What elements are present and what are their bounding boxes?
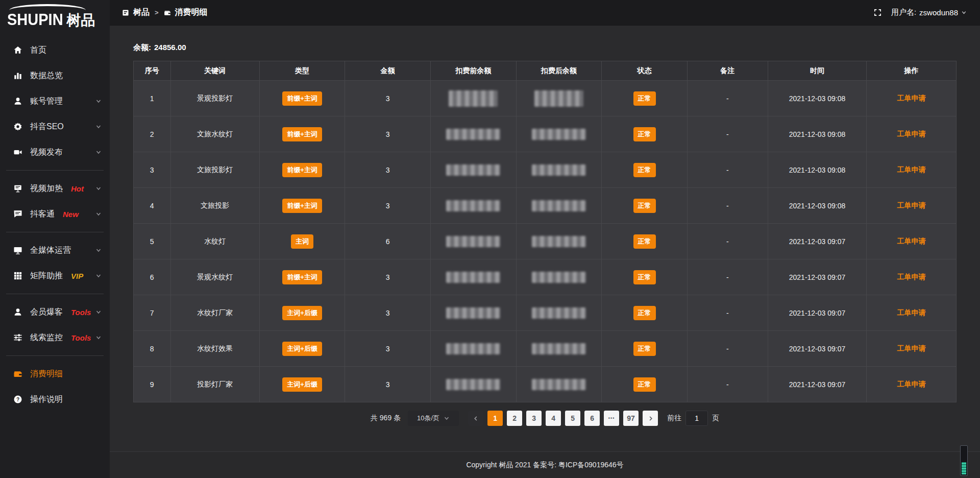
page-button-3[interactable]: 3 bbox=[526, 411, 542, 426]
censored-balance bbox=[446, 307, 500, 319]
cell-action: 工单申请 bbox=[867, 367, 957, 402]
topbar: 树品 > 消费明细 用户名: zswodun88 bbox=[110, 0, 980, 26]
table-row: 2 文旅水纹灯 前缀+主词 3 正常 - 2021-12-03 09:08 工单… bbox=[134, 116, 957, 152]
page-button-2[interactable]: 2 bbox=[507, 411, 522, 426]
sidebar-item-douketong[interactable]: 抖客通 New bbox=[0, 201, 110, 227]
cell-keyword: 投影灯厂家 bbox=[170, 367, 259, 402]
status-badge: 正常 bbox=[633, 234, 656, 249]
question-icon: ? bbox=[13, 395, 22, 404]
cell-type: 主词+后缀 bbox=[259, 295, 345, 331]
page-size-select[interactable]: 10条/页 bbox=[408, 411, 459, 426]
page-button-4[interactable]: 4 bbox=[546, 411, 561, 426]
page-size-value: 10条/页 bbox=[417, 414, 439, 423]
cell-post-balance bbox=[516, 331, 602, 367]
sidebar-item-member-burst[interactable]: 会员爆客 Tools bbox=[0, 299, 110, 325]
cell-amount: 3 bbox=[345, 331, 431, 367]
home-icon bbox=[13, 45, 22, 55]
page-button-5[interactable]: 5 bbox=[565, 411, 580, 426]
work-order-link[interactable]: 工单申请 bbox=[897, 273, 926, 281]
sidebar-item-media-ops[interactable]: 全媒体运营 bbox=[0, 237, 110, 263]
table-row: 3 文旅投影灯 前缀+主词 3 正常 - 2021-12-03 09:08 工单… bbox=[134, 152, 957, 188]
user-menu[interactable]: 用户名: zswodun88 bbox=[891, 8, 967, 17]
sidebar-divider bbox=[6, 170, 104, 171]
type-badge: 主词+后缀 bbox=[282, 377, 322, 392]
work-order-link[interactable]: 工单申请 bbox=[897, 308, 926, 317]
breadcrumb-root[interactable]: 树品 bbox=[133, 7, 150, 18]
cell-amount: 3 bbox=[345, 116, 431, 152]
cell-status: 正常 bbox=[602, 152, 688, 188]
work-order-link[interactable]: 工单申请 bbox=[897, 237, 926, 245]
cell-post-balance bbox=[516, 295, 602, 331]
content-area: 余额:24856.00 序号 关键词 类型 金额 扣费前余额 扣费后余额 bbox=[110, 26, 980, 451]
next-page-button[interactable] bbox=[643, 411, 658, 426]
total-count: 共 969 条 bbox=[371, 414, 401, 423]
chevron-down-icon bbox=[95, 98, 102, 104]
prev-page-button[interactable] bbox=[468, 411, 483, 426]
cell-remark: - bbox=[687, 367, 768, 402]
page-button-6[interactable]: 6 bbox=[584, 411, 600, 426]
sidebar-item-lead-monitor[interactable]: 线索监控 Tools bbox=[0, 325, 110, 350]
work-order-link[interactable]: 工单申请 bbox=[897, 94, 926, 102]
sidebar-item-label: 账号管理 bbox=[30, 96, 63, 107]
cell-post-balance bbox=[516, 81, 602, 116]
censored-balance bbox=[446, 200, 500, 211]
cell-post-balance bbox=[516, 259, 602, 295]
footer: Copyright 树品 2021 备案号: 粤ICP备09019646号 bbox=[110, 451, 980, 478]
censored-balance bbox=[532, 200, 586, 211]
cell-post-balance bbox=[516, 116, 602, 152]
fullscreen-icon[interactable] bbox=[873, 8, 882, 17]
scroll-widget-thumb bbox=[962, 462, 966, 474]
tools-tag: Tools bbox=[71, 333, 91, 342]
cell-post-balance bbox=[516, 224, 602, 259]
hot-tag: Hot bbox=[71, 184, 84, 193]
sidebar-item-matrix-boost[interactable]: 矩阵助推 VIP bbox=[0, 263, 110, 289]
sidebar-item-home[interactable]: 首页 bbox=[0, 37, 110, 63]
cell-pre-balance bbox=[430, 259, 516, 295]
cell-amount: 6 bbox=[345, 224, 431, 259]
col-keyword: 关键词 bbox=[170, 61, 259, 81]
user-area: 用户名: zswodun88 bbox=[873, 8, 967, 17]
cell-time: 2021-12-03 09:07 bbox=[768, 367, 866, 402]
work-order-link[interactable]: 工单申请 bbox=[897, 380, 926, 388]
page-button-1[interactable]: 1 bbox=[487, 411, 503, 426]
sidebar-item-instructions[interactable]: ? 操作说明 bbox=[0, 387, 110, 412]
sidebar-item-label: 矩阵助推 bbox=[30, 271, 63, 281]
cell-type: 前缀+主词 bbox=[259, 81, 345, 116]
cell-keyword: 景观投影灯 bbox=[170, 81, 259, 116]
work-order-link[interactable]: 工单申请 bbox=[897, 130, 926, 138]
cell-pre-balance bbox=[430, 224, 516, 259]
sidebar-item-label: 数据总览 bbox=[30, 70, 63, 81]
cell-type: 主词 bbox=[259, 224, 345, 259]
more-pages-button[interactable]: ••• bbox=[604, 411, 619, 426]
censored-balance bbox=[446, 164, 500, 176]
brand-logo: SHUPIN 树品 bbox=[0, 0, 110, 31]
cell-amount: 3 bbox=[345, 259, 431, 295]
sidebar-item-video-publish[interactable]: 视频发布 bbox=[0, 139, 110, 165]
page-button-97[interactable]: 97 bbox=[623, 411, 639, 426]
balance-label: 余额: bbox=[133, 43, 151, 52]
scroll-widget[interactable] bbox=[960, 445, 968, 476]
cell-amount: 3 bbox=[345, 367, 431, 402]
sidebar-item-douyin-seo[interactable]: 抖音SEO bbox=[0, 114, 110, 139]
sidebar-item-consumption-detail[interactable]: 消费明细 bbox=[0, 361, 110, 387]
sidebar-divider bbox=[6, 294, 104, 294]
type-badge: 前缀+主词 bbox=[282, 199, 322, 213]
brand-name-cn: 树品 bbox=[67, 11, 95, 30]
cell-index: 3 bbox=[134, 152, 171, 188]
work-order-link[interactable]: 工单申请 bbox=[897, 165, 926, 174]
goto-page-input[interactable] bbox=[685, 411, 708, 426]
sidebar-item-video-heat[interactable]: 视频加热 Hot bbox=[0, 176, 110, 201]
type-badge: 前缀+主词 bbox=[282, 270, 322, 284]
sidebar-item-data-overview[interactable]: 数据总览 bbox=[0, 63, 110, 88]
sidebar-item-account-mgmt[interactable]: 账号管理 bbox=[0, 88, 110, 114]
col-pre-balance: 扣费前余额 bbox=[430, 61, 516, 81]
cell-type: 前缀+主词 bbox=[259, 188, 345, 224]
sidebar-item-label: 会员爆客 bbox=[30, 307, 63, 318]
work-order-link[interactable]: 工单申请 bbox=[897, 344, 926, 352]
work-order-link[interactable]: 工单申请 bbox=[897, 201, 926, 209]
goto-unit: 页 bbox=[712, 414, 719, 423]
type-badge: 前缀+主词 bbox=[282, 163, 322, 177]
cell-status: 正常 bbox=[602, 81, 688, 116]
sidebar-divider bbox=[6, 232, 104, 232]
cell-type: 前缀+主词 bbox=[259, 152, 345, 188]
